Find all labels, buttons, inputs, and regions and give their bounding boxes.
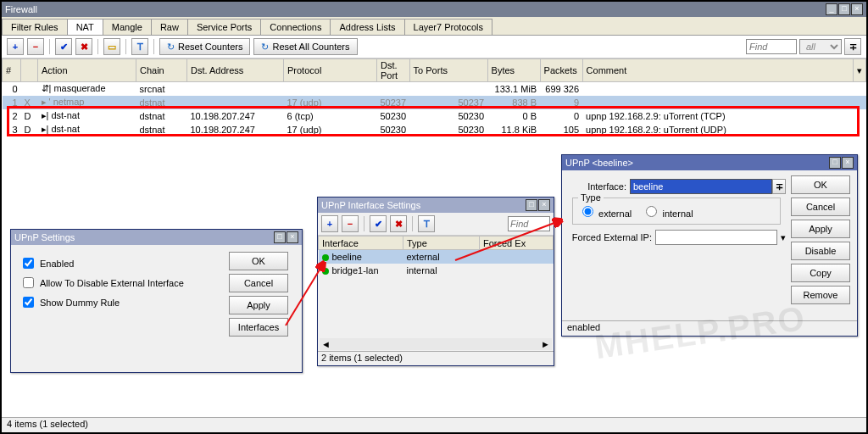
iface-close-icon[interactable]: × <box>538 199 550 211</box>
upnp-settings-window: UPnP Settings □× Enabled Allow To Disabl… <box>10 229 303 373</box>
upnp-detail-window: UPnP <beeline> □× Interface: ∓ Type exte… <box>561 154 858 337</box>
tab-connections[interactable]: Connections <box>260 19 331 35</box>
main-titlebar: Firewall _ □ × <box>2 2 866 17</box>
reset-all-counters-button[interactable]: ↻Reset All Counters <box>253 38 357 55</box>
main-toolbar: + − ✔ ✖ ▭ 𝖳 ↻Reset Counters ↻Reset All C… <box>2 36 866 58</box>
enabled-checkbox[interactable]: Enabled <box>19 255 227 271</box>
iface-input[interactable] <box>630 179 772 194</box>
iface-max-icon[interactable]: □ <box>526 199 537 211</box>
col-comment[interactable]: Comment <box>582 59 853 82</box>
upnp-settings-titlebar: UPnP Settings □× <box>11 230 302 245</box>
iface-find-input[interactable] <box>508 216 550 231</box>
detail-status: enabled <box>562 320 857 336</box>
comment-icon[interactable]: ▭ <box>103 38 120 55</box>
forced-ip-dropdown-icon[interactable]: ▾ <box>781 232 786 243</box>
table-row[interactable]: beelineexternal <box>319 250 554 264</box>
show-dummy-checkbox[interactable]: Show Dummy Rule <box>19 294 227 310</box>
col-dstport[interactable]: Dst. Port <box>377 59 410 82</box>
col-num[interactable]: # <box>3 59 21 82</box>
tab-filter-rules[interactable]: Filter Rules <box>2 19 68 35</box>
h-scrollbar[interactable]: ◄► <box>320 338 552 350</box>
iface-table: Interface Type Forced Ex beelineexternal… <box>318 236 554 277</box>
iface-col-type[interactable]: Type <box>403 236 480 250</box>
type-label: Type <box>578 192 604 203</box>
iface-remove-icon[interactable]: − <box>342 215 359 232</box>
col-more-icon[interactable]: ▾ <box>854 59 866 82</box>
type-external-radio[interactable]: external <box>578 209 632 219</box>
iface-filter-icon[interactable]: 𝖳 <box>418 215 435 232</box>
upnp-ok-button[interactable]: OK <box>229 252 288 270</box>
upnp-interfaces-button[interactable]: Interfaces <box>229 318 288 337</box>
filter-select[interactable]: all <box>799 39 842 54</box>
upnp-apply-button[interactable]: Apply <box>229 296 288 314</box>
table-row[interactable]: 3D▸| dst-natdstnat10.198.207.24717 (udp)… <box>3 123 866 136</box>
detail-max-icon[interactable]: □ <box>829 157 841 169</box>
col-dstaddr[interactable]: Dst. Address <box>187 59 284 82</box>
detail-ok-button[interactable]: OK <box>791 175 850 194</box>
iface-settings-titlebar: UPnP Interface Settings □× <box>318 198 554 213</box>
col-flag[interactable] <box>21 59 38 82</box>
tab-mangle[interactable]: Mangle <box>103 19 152 35</box>
col-packets[interactable]: Packets <box>540 59 582 82</box>
iface-col-forced[interactable]: Forced Ex <box>480 236 554 250</box>
iface-dropdown-icon[interactable]: ∓ <box>772 179 786 194</box>
find-input[interactable] <box>746 39 797 54</box>
table-row[interactable]: 2D▸| dst-natdstnat10.198.207.2476 (tcp)5… <box>3 109 866 123</box>
add-icon[interactable]: + <box>7 38 24 55</box>
tab-address-lists[interactable]: Address Lists <box>330 19 404 35</box>
filter-icon[interactable]: 𝖳 <box>131 38 148 55</box>
iface-add-icon[interactable]: + <box>321 215 338 232</box>
detail-close-icon[interactable]: × <box>842 157 854 169</box>
close-icon[interactable]: × <box>851 3 863 15</box>
iface-disable-icon[interactable]: ✖ <box>390 215 407 232</box>
tab-service-ports[interactable]: Service Ports <box>187 19 261 35</box>
maximize-icon[interactable]: □ <box>838 3 850 15</box>
col-toports[interactable]: To Ports <box>409 59 487 82</box>
detail-apply-button[interactable]: Apply <box>791 220 850 238</box>
iface-settings-window: UPnP Interface Settings □× + − ✔ ✖ 𝖳 Int… <box>317 197 554 366</box>
detail-cancel-button[interactable]: Cancel <box>791 198 850 216</box>
forced-ip-input[interactable] <box>655 230 777 245</box>
iface-enable-icon[interactable]: ✔ <box>370 215 387 232</box>
remove-icon[interactable]: − <box>27 38 44 55</box>
col-protocol[interactable]: Protocol <box>284 59 377 82</box>
detail-remove-button[interactable]: Remove <box>791 286 850 304</box>
table-row[interactable]: bridge1-laninternal <box>319 264 554 277</box>
upnp-cancel-button[interactable]: Cancel <box>229 274 288 292</box>
tab-nat[interactable]: NAT <box>67 19 103 35</box>
upnp-settings-max-icon[interactable]: □ <box>274 231 286 243</box>
nat-table: # Action Chain Dst. Address Protocol Dst… <box>2 58 866 136</box>
detail-copy-button[interactable]: Copy <box>791 264 850 282</box>
iface-status: 2 items (1 selected) <box>318 351 554 365</box>
minimize-icon[interactable]: _ <box>826 3 837 15</box>
tab-raw[interactable]: Raw <box>151 19 188 35</box>
tab-bar: Filter Rules NAT Mangle Raw Service Port… <box>2 17 866 36</box>
col-bytes[interactable]: Bytes <box>487 59 540 82</box>
iface-col-interface[interactable]: Interface <box>319 236 403 250</box>
col-chain[interactable]: Chain <box>136 59 187 82</box>
type-internal-radio[interactable]: internal <box>642 209 693 219</box>
iface-label: Interface: <box>567 181 626 192</box>
tab-layer7[interactable]: Layer7 Protocols <box>404 19 493 35</box>
table-row[interactable]: 0⇵| masqueradesrcnat133.1 MiB699 326 <box>3 82 866 96</box>
detail-disable-button[interactable]: Disable <box>791 242 850 260</box>
disable-icon[interactable]: ✖ <box>75 38 92 55</box>
enable-icon[interactable]: ✔ <box>55 38 72 55</box>
upnp-detail-titlebar: UPnP <beeline> □× <box>562 155 857 170</box>
table-row[interactable]: 1X▸ ' netmapdstnat17 (udp)5023750237838 … <box>3 96 866 109</box>
forced-ip-label: Forced External IP: <box>567 232 652 242</box>
col-action[interactable]: Action <box>38 59 136 82</box>
reset-counters-button[interactable]: ↻Reset Counters <box>159 38 250 55</box>
allow-disable-checkbox[interactable]: Allow To Disable External Interface <box>19 275 227 291</box>
filter-dropdown-icon[interactable]: ∓ <box>844 38 861 55</box>
main-statusbar: 4 items (1 selected) <box>2 417 866 432</box>
upnp-settings-close-icon[interactable]: × <box>287 231 298 243</box>
window-title: Firewall <box>5 2 37 17</box>
